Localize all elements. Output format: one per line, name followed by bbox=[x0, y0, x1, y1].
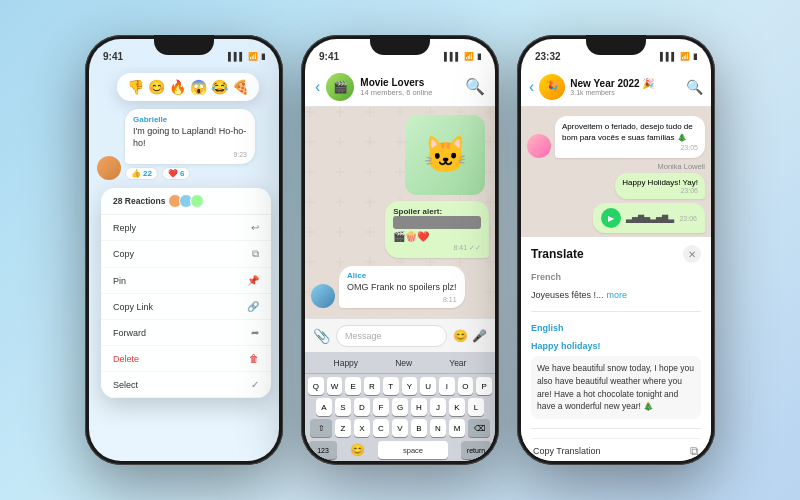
kbd-emoji-btn[interactable]: 😊 bbox=[350, 443, 365, 457]
status-icons-3: ▌▌▌ 📶 ▮ bbox=[660, 52, 697, 61]
key-shift[interactable]: ⇧ bbox=[310, 419, 332, 437]
key-delete[interactable]: ⌫ bbox=[468, 419, 490, 437]
menu-copy-link-label: Copy Link bbox=[113, 302, 153, 312]
copy-translation-label: Copy Translation bbox=[533, 446, 601, 456]
menu-copy[interactable]: Copy ⧉ bbox=[101, 241, 271, 268]
key-j[interactable]: J bbox=[430, 398, 446, 416]
battery-3: ▮ bbox=[693, 52, 697, 61]
monika-name: Monika Lowell bbox=[657, 162, 705, 171]
reaction-emoji-2: ❤️ bbox=[168, 169, 178, 178]
monika-time: 23:06 bbox=[622, 187, 698, 194]
key-i[interactable]: I bbox=[439, 377, 455, 395]
bubble-sender: Gabrielle bbox=[133, 115, 247, 124]
emoji-6[interactable]: 🍕 bbox=[232, 79, 249, 95]
avatar-user1 bbox=[527, 134, 551, 158]
emoji-5[interactable]: 😂 bbox=[211, 79, 228, 95]
play-button[interactable]: ▶ bbox=[601, 208, 621, 228]
key-return[interactable]: return bbox=[461, 441, 491, 459]
menu-pin[interactable]: Pin 📌 bbox=[101, 268, 271, 294]
alice-bubble-row: Alice OMG Frank no spoilers plz! 8:11 bbox=[311, 266, 489, 308]
mic-input-icon[interactable]: 🎤 bbox=[472, 329, 487, 343]
emoji-2[interactable]: 😊 bbox=[148, 79, 165, 95]
key-y[interactable]: Y bbox=[402, 377, 418, 395]
search-header-icon[interactable]: 🔍 bbox=[465, 77, 485, 96]
key-b[interactable]: B bbox=[411, 419, 427, 437]
key-t[interactable]: T bbox=[383, 377, 399, 395]
group-name: Movie Lovers bbox=[360, 77, 459, 88]
key-v[interactable]: V bbox=[392, 419, 408, 437]
english-label: English bbox=[531, 323, 701, 333]
suggestion-year[interactable]: Year bbox=[443, 356, 472, 370]
monika-row: Monika Lowell Happy Holidays! Yay! 23:06 bbox=[527, 162, 705, 199]
key-o[interactable]: O bbox=[458, 377, 474, 395]
translate-close-btn[interactable]: ✕ bbox=[683, 245, 701, 263]
copy-translation-row[interactable]: Copy Translation ⧉ bbox=[531, 438, 701, 461]
movie-chat-area: 🐱 Spoiler alert: ██████ ████ ████ 🎬🍿❤️ 8… bbox=[305, 107, 495, 318]
ny-back-btn[interactable]: ‹ bbox=[529, 78, 534, 96]
suggestion-new[interactable]: New bbox=[389, 356, 418, 370]
key-s[interactable]: S bbox=[335, 398, 351, 416]
key-r[interactable]: R bbox=[364, 377, 380, 395]
menu-select-label: Select bbox=[113, 380, 138, 390]
time-2: 9:41 bbox=[319, 51, 339, 62]
key-l[interactable]: L bbox=[468, 398, 484, 416]
key-space[interactable]: space bbox=[378, 441, 448, 459]
spoiler-label: Spoiler alert: bbox=[393, 207, 481, 216]
message-input[interactable]: Message bbox=[336, 325, 447, 347]
notch-3 bbox=[586, 35, 646, 55]
audio-bubble: ▶ ▃▅▇▅▃▅▇▃ 23:06 bbox=[593, 203, 705, 233]
key-c[interactable]: C bbox=[373, 419, 389, 437]
key-z[interactable]: Z bbox=[335, 419, 351, 437]
translate-header: Translate ✕ bbox=[531, 245, 701, 263]
key-x[interactable]: X bbox=[354, 419, 370, 437]
key-a[interactable]: A bbox=[316, 398, 332, 416]
context-menu: 28 Reactions Reply ↩ Copy ⧉ Pin bbox=[101, 188, 271, 398]
avatar-alice bbox=[311, 284, 335, 308]
chat-bubble-gabrielle: Gabrielle I'm going to Lapland! Ho-ho-ho… bbox=[97, 109, 271, 180]
translate-more[interactable]: more bbox=[607, 290, 628, 300]
reaction-heart[interactable]: ❤️ 6 bbox=[162, 167, 190, 180]
select-icon: ✓ bbox=[251, 379, 259, 390]
divider-2 bbox=[531, 428, 701, 429]
key-numbers[interactable]: 123 bbox=[309, 441, 337, 459]
chat-area-1: 👎 😊 🔥 😱 😂 🍕 Gabrielle I'm going to Lapla… bbox=[89, 67, 279, 461]
key-f[interactable]: F bbox=[373, 398, 389, 416]
menu-forward[interactable]: Forward ➦ bbox=[101, 320, 271, 346]
emoji-1[interactable]: 👎 bbox=[127, 79, 144, 95]
kbd-bottom: 123 😊 space return bbox=[305, 439, 495, 461]
menu-select[interactable]: Select ✓ bbox=[101, 372, 271, 398]
menu-reply[interactable]: Reply ↩ bbox=[101, 215, 271, 241]
screen-2: 9:41 ▌▌▌ 📶 ▮ ‹ 🎬 Movie Lovers 14 members… bbox=[305, 39, 495, 461]
spoiler-time: 8:41 ✓✓ bbox=[393, 244, 481, 252]
spoiler-bubble[interactable]: Spoiler alert: ██████ ████ ████ 🎬🍿❤️ 8:4… bbox=[385, 201, 489, 258]
back-button[interactable]: ‹ bbox=[315, 78, 320, 96]
menu-copy-link[interactable]: Copy Link 🔗 bbox=[101, 294, 271, 320]
key-p[interactable]: P bbox=[476, 377, 492, 395]
key-g[interactable]: G bbox=[392, 398, 408, 416]
attach-icon[interactable]: 📎 bbox=[313, 328, 330, 344]
key-h[interactable]: H bbox=[411, 398, 427, 416]
suggestion-happy[interactable]: Happy bbox=[328, 356, 365, 370]
key-k[interactable]: K bbox=[449, 398, 465, 416]
ny-search-icon[interactable]: 🔍 bbox=[686, 79, 703, 95]
emoji-4[interactable]: 😱 bbox=[190, 79, 207, 95]
key-u[interactable]: U bbox=[420, 377, 436, 395]
reply-icon: ↩ bbox=[251, 222, 259, 233]
key-d[interactable]: D bbox=[354, 398, 370, 416]
spoiler-text: ██████ ████ ████ bbox=[393, 216, 481, 229]
emoji-input-icon[interactable]: 😊 bbox=[453, 329, 468, 343]
audio-time: 23:06 bbox=[679, 215, 697, 222]
key-e[interactable]: E bbox=[345, 377, 361, 395]
menu-delete-label: Delete bbox=[113, 354, 139, 364]
reaction-thumbs[interactable]: 👍 22 bbox=[125, 167, 158, 180]
key-m[interactable]: M bbox=[449, 419, 465, 437]
key-w[interactable]: W bbox=[327, 377, 343, 395]
key-q[interactable]: Q bbox=[308, 377, 324, 395]
emoji-reaction-popup[interactable]: 👎 😊 🔥 😱 😂 🍕 bbox=[117, 73, 259, 101]
key-n[interactable]: N bbox=[430, 419, 446, 437]
phone-1: 9:41 ▌▌▌ 📶 ▮ 👎 😊 🔥 😱 😂 🍕 bbox=[85, 35, 283, 465]
emoji-3[interactable]: 🔥 bbox=[169, 79, 186, 95]
menu-delete[interactable]: Delete 🗑 bbox=[101, 346, 271, 372]
ny-chat-area: Aproveitem o feriado, desejo tudo de bom… bbox=[521, 107, 711, 237]
pin-icon: 📌 bbox=[247, 275, 259, 286]
